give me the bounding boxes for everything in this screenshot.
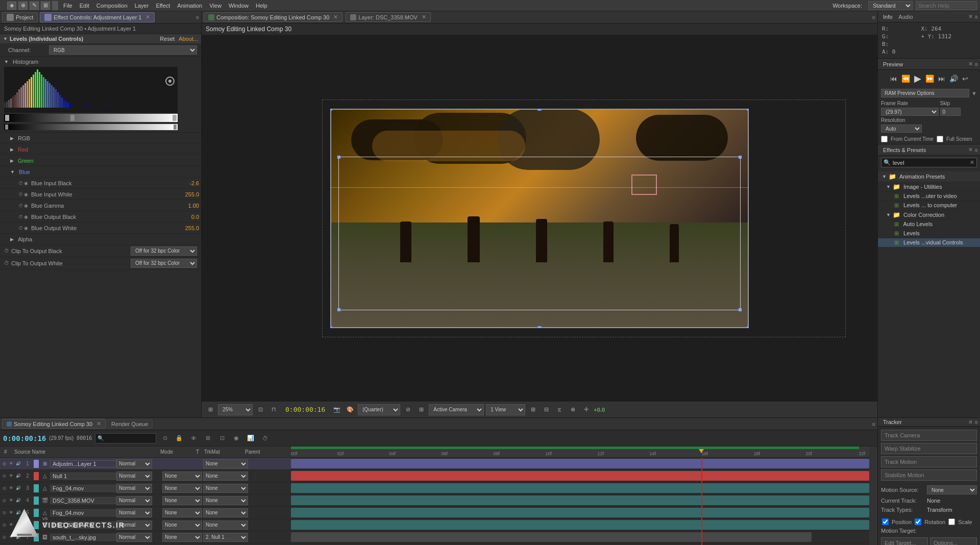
- tab-info[interactable]: Info: [880, 13, 895, 21]
- slider-handle-right[interactable]: [173, 115, 177, 121]
- clip-output-white-select[interactable]: Off for 32 bpc Color: [131, 259, 197, 268]
- inner-handle-tr[interactable]: [739, 156, 742, 159]
- rotation-checkbox[interactable]: [915, 518, 921, 525]
- menu-effect[interactable]: Effect: [153, 2, 173, 10]
- rgb-row[interactable]: ▶ RGB: [0, 133, 201, 144]
- viewer-camera-icon[interactable]: 📷: [331, 404, 342, 415]
- viewer-snapshot-icon[interactable]: ⧖: [554, 404, 565, 415]
- timeline-panel-menu[interactable]: ≡: [872, 421, 875, 427]
- layer-2-trkmat-select[interactable]: None: [162, 472, 202, 481]
- tab-close-icon[interactable]: ✕: [145, 14, 150, 20]
- tab-project[interactable]: Project: [2, 12, 38, 22]
- menu-help[interactable]: Help: [253, 2, 271, 10]
- blue-output-black-value[interactable]: 0.0: [179, 214, 199, 220]
- ram-preview-dropdown-icon[interactable]: ▼: [971, 90, 977, 96]
- layer-6-solo[interactable]: ◎: [1, 522, 7, 528]
- comp-panel-menu-icon[interactable]: ≡: [872, 14, 875, 20]
- layer-4-trkmat-select[interactable]: None: [162, 496, 202, 505]
- menu-edit[interactable]: Edit: [77, 2, 92, 10]
- layer-4-mode-select[interactable]: Normal: [116, 496, 152, 505]
- tool-icon-2[interactable]: ⊕: [18, 2, 28, 10]
- menu-layer[interactable]: Layer: [132, 2, 152, 10]
- viewer-pixel-icon[interactable]: ⊞: [415, 404, 427, 415]
- menu-composition[interactable]: Composition: [93, 2, 131, 10]
- layer-2-video[interactable]: 👁: [8, 473, 14, 479]
- reset-button[interactable]: Reset: [160, 36, 175, 42]
- motion-source-select[interactable]: None: [927, 485, 977, 494]
- framerate-select[interactable]: (29.97): [881, 108, 939, 116]
- effects-item-levels[interactable]: ⊞ Levels: [878, 229, 980, 238]
- inner-handle-br[interactable]: [739, 308, 742, 311]
- inner-handle-tl[interactable]: [337, 156, 340, 159]
- levels-section-header[interactable]: ▼ Levels (Individual Controls) Reset Abo…: [0, 34, 201, 44]
- ram-preview-button[interactable]: RAM Preview Options: [881, 89, 969, 97]
- layer-3-parent-select[interactable]: None: [203, 484, 248, 493]
- work-area-bar[interactable]: [291, 447, 859, 449]
- layer-5-trkmat-select[interactable]: None: [162, 508, 202, 517]
- layer-3-name[interactable]: Fog_04.mov: [50, 485, 116, 492]
- red-row[interactable]: ▶ Red: [0, 144, 201, 155]
- preview-audio-btn[interactable]: 🔊: [948, 73, 959, 84]
- effects-search-clear[interactable]: ✕: [970, 159, 974, 166]
- blue-gamma-value[interactable]: 1.00: [179, 203, 199, 209]
- timeline-search-input[interactable]: [95, 433, 156, 443]
- viewer-transparency-icon[interactable]: ⊘: [402, 404, 413, 415]
- effects-item-auto-levels[interactable]: ⊞ Auto Levels: [878, 220, 980, 229]
- position-checkbox[interactable]: [882, 518, 889, 525]
- alpha-row[interactable]: ▶ Alpha: [0, 234, 201, 245]
- preview-loop-btn[interactable]: ↩: [961, 73, 969, 84]
- effects-item-levels-individual[interactable]: ⊞ Levels ...vidual Controls: [878, 238, 980, 247]
- tool-icon-3[interactable]: ✎: [30, 2, 39, 10]
- blue-input-white-value[interactable]: 255.0: [179, 191, 199, 197]
- layer-1-parent-select[interactable]: None: [203, 459, 248, 468]
- tab-preview[interactable]: Preview: [880, 60, 906, 68]
- blue-output-white-value[interactable]: 255.0: [179, 225, 199, 231]
- menu-file[interactable]: File: [60, 2, 76, 10]
- layer-2-parent-select[interactable]: None: [203, 472, 248, 481]
- layer-1-name[interactable]: Adjustm...Layer 1: [50, 460, 116, 467]
- viewer-grid-icon[interactable]: ⊞: [205, 404, 216, 415]
- layer-4-video[interactable]: 👁: [8, 498, 14, 504]
- stopwatch-icon-2[interactable]: ⏱: [18, 192, 23, 197]
- zoom-select[interactable]: 25% 50% 100%: [218, 404, 253, 415]
- layer-7-trkmat-select[interactable]: None: [162, 533, 202, 542]
- timeline-duration-icon[interactable]: ⏱: [259, 433, 271, 444]
- layer-4-name[interactable]: DSC_3358.MOV: [50, 497, 116, 504]
- tab-composition[interactable]: Composition: Somoy Editing Linked Comp 3…: [204, 12, 342, 22]
- viewer-render-icon[interactable]: ⊟: [541, 404, 552, 415]
- timeline-shy-icon[interactable]: 👁: [188, 433, 199, 444]
- tracker-panel-menu[interactable]: ≡: [975, 419, 978, 425]
- preview-play-btn[interactable]: ▶: [913, 72, 922, 85]
- timeline-motion-blur-icon[interactable]: ◉: [231, 433, 242, 444]
- search-help-input[interactable]: [916, 1, 977, 10]
- tool-icon-1[interactable]: ◈: [7, 2, 16, 10]
- from-current-checkbox[interactable]: [881, 136, 888, 142]
- track-camera-button[interactable]: Track Camera: [881, 430, 977, 441]
- preview-next-btn[interactable]: ⏩: [924, 73, 935, 84]
- tab-layer[interactable]: Layer: DSC_3358.MOV ✕: [346, 12, 431, 22]
- stabilize-motion-button[interactable]: Stabilize Motion: [881, 469, 977, 481]
- preview-first-btn[interactable]: ⏮: [889, 73, 898, 84]
- effects-item-levels-outer[interactable]: ⊞ Levels ...uter to video: [878, 192, 980, 201]
- tab-effects-presets[interactable]: Effects & Presets: [880, 146, 929, 154]
- track-motion-button[interactable]: Track Motion: [881, 456, 977, 467]
- handle-bl[interactable]: [330, 326, 332, 328]
- comp-tab-close[interactable]: ✕: [333, 14, 338, 20]
- timeline-lock-icon[interactable]: 🔒: [174, 433, 185, 444]
- layer-6-trkmat-select[interactable]: None: [162, 521, 202, 530]
- quality-select[interactable]: (Quarter) (Half) (Full): [358, 404, 400, 415]
- preview-prev-btn[interactable]: ⏪: [900, 73, 911, 84]
- viewer-mask-icon[interactable]: ⊓: [268, 404, 279, 415]
- handle-br[interactable]: [747, 326, 749, 328]
- channel-select[interactable]: RGB: [49, 45, 197, 55]
- layer-5-solo[interactable]: ◎: [1, 510, 7, 516]
- handle-bm[interactable]: [537, 326, 542, 328]
- tab-tracker[interactable]: Tracker: [880, 418, 905, 426]
- workspace-select[interactable]: Standard: [868, 1, 913, 10]
- layer-4-audio[interactable]: 🔊: [15, 498, 21, 504]
- viewer-color-icon[interactable]: 🎨: [345, 404, 356, 415]
- histogram-slider[interactable]: [4, 114, 178, 122]
- tab-effect-controls[interactable]: Effect Controls: Adjustment Layer 1 ✕: [40, 12, 155, 22]
- scale-checkbox[interactable]: [948, 518, 955, 525]
- layer-2-audio[interactable]: 🔊: [15, 473, 21, 479]
